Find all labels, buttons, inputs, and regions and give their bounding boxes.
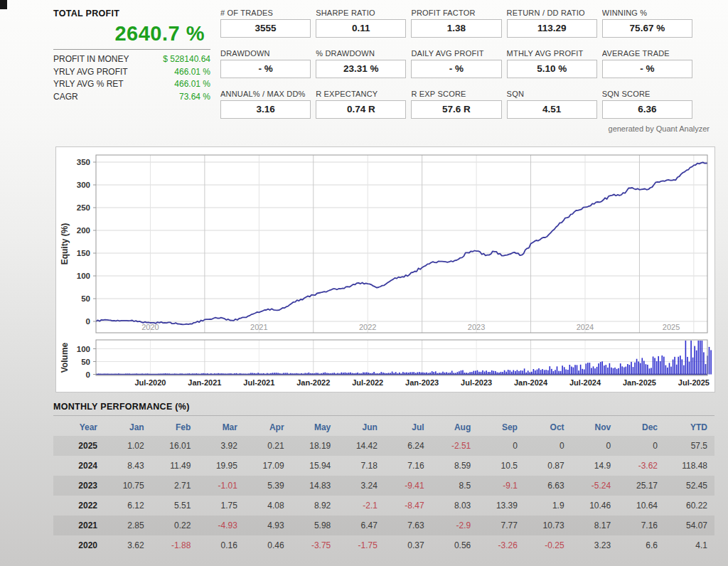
value-cell: 7.16: [618, 516, 665, 535]
column-header-mar: Mar: [198, 417, 245, 436]
value-cell: 15.94: [291, 456, 338, 476]
column-header-year: Year: [53, 417, 105, 436]
value-cell: -2.1: [338, 496, 385, 516]
equity-year-label: 2022: [359, 323, 376, 331]
value-cell: 10.73: [525, 516, 572, 535]
value-cell: 0.56: [432, 535, 478, 555]
value-cell: 0.87: [525, 456, 572, 476]
value-cell: 118.48: [665, 456, 714, 476]
value-cell: 0: [525, 436, 572, 456]
value-cell: 8.59: [432, 456, 478, 476]
year-cell: 2024: [53, 456, 105, 476]
volume-ytick-label: 50: [81, 358, 90, 366]
value-cell: 0.16: [198, 535, 245, 555]
stat-value-box: - %: [411, 60, 501, 78]
summary-row-value: 466.01 %: [174, 78, 210, 91]
value-cell: 13.39: [478, 496, 525, 516]
column-header-feb: Feb: [151, 417, 198, 436]
value-cell: 57.5: [665, 436, 714, 456]
value-cell: 0: [572, 436, 619, 456]
table-row-2023: 202310.752.71-1.015.3914.833.24-9.418.5-…: [53, 476, 714, 496]
value-cell: 4.93: [245, 516, 291, 535]
equity-year-label: 2020: [141, 323, 159, 331]
stat-value-box: - %: [220, 60, 311, 78]
volume-xtick-label: Jan-2023: [405, 378, 439, 387]
column-header-nov: Nov: [572, 417, 619, 436]
value-cell: 11.49: [151, 456, 198, 476]
monthly-performance-section: MONTHLY PERFORMANCE (%) YearJanFebMarApr…: [53, 402, 714, 555]
value-cell: -3.26: [478, 535, 525, 555]
table-row-2022: 20226.125.511.754.088.92-2.1-8.478.0313.…: [53, 496, 714, 516]
value-cell: 7.18: [338, 456, 385, 476]
value-cell: 0.37: [385, 535, 432, 555]
value-cell: 54.07: [665, 516, 714, 535]
value-cell: 10.64: [618, 496, 665, 516]
year-cell: 2020: [53, 535, 105, 555]
value-cell: 3.24: [338, 476, 385, 496]
equity-ytick-label: 150: [77, 249, 90, 257]
stat-cell: # OF TRADES3555: [220, 9, 311, 38]
stat-label: WINNING %: [602, 9, 692, 17]
stat-value-box: 75.67 %: [602, 19, 692, 38]
value-cell: 14.9: [572, 456, 619, 476]
table-row-2024: 20248.4311.4919.9517.0915.947.187.168.59…: [53, 456, 714, 476]
value-cell: 8.17: [572, 516, 619, 535]
value-cell: 4.08: [245, 496, 291, 516]
summary-row-value: $ 528140.64: [163, 53, 210, 66]
stat-label: DAILY AVG PROFIT: [411, 49, 501, 58]
equity-year-label: 2021: [250, 323, 267, 331]
summary-row-value: 73.64 %: [179, 91, 210, 104]
column-header-jun: Jun: [338, 417, 385, 436]
stat-value-box: - %: [602, 60, 692, 78]
value-cell: 8.92: [291, 496, 338, 516]
value-cell: 10.75: [105, 476, 151, 496]
stat-value-box: 23.31 %: [316, 60, 406, 78]
column-header-may: May: [291, 417, 338, 436]
equity-year-label: 2024: [577, 323, 594, 331]
year-cell: 2022: [53, 496, 105, 516]
stat-label: R EXP SCORE: [411, 90, 501, 98]
value-cell: -1.01: [198, 476, 245, 496]
value-cell: 1.02: [105, 436, 151, 456]
value-cell: 0: [618, 436, 665, 456]
volume-xtick-label: Jan-2025: [623, 378, 656, 387]
value-cell: 6.6: [618, 535, 665, 555]
stat-value-box: 3.16: [220, 100, 311, 119]
value-cell: 5.98: [291, 516, 338, 535]
total-profit-summary: TOTAL PROFIT 2640.7 % PROFIT IN MONEY$ 5…: [53, 9, 210, 103]
stat-cell: AVERAGE TRADE- %: [602, 49, 692, 78]
value-cell: 10.5: [478, 456, 525, 476]
equity-ytick-label: 200: [77, 226, 90, 235]
stat-label: SQN: [507, 90, 597, 98]
stat-label: ANNUAL% / MAX DD%: [220, 90, 311, 98]
summary-row-label: CAGR: [53, 91, 78, 104]
stat-cell: SQN4.51: [507, 90, 597, 119]
volume-xtick-label: Jan-2022: [296, 378, 330, 387]
value-cell: 8.03: [432, 496, 478, 516]
value-cell: 18.19: [291, 436, 338, 456]
value-cell: 0: [478, 436, 525, 456]
stat-value-box: 1.38: [411, 19, 501, 38]
equity-axis-title: Equity (%): [60, 223, 70, 265]
column-header-jan: Jan: [105, 417, 151, 436]
stat-value-box: 0.11: [316, 19, 406, 38]
equity-ytick-label: 250: [77, 203, 90, 212]
stat-value-box: 5.10 %: [507, 60, 597, 78]
value-cell: 25.17: [618, 476, 665, 496]
value-cell: -9.41: [385, 476, 432, 496]
year-cell: 2021: [53, 516, 105, 535]
value-cell: -3.62: [618, 456, 665, 476]
stat-value-box: 0.74 R: [316, 100, 406, 119]
stat-value-box: 3555: [220, 19, 311, 38]
stat-label: SHARPE RATIO: [316, 9, 406, 17]
stat-cell: SHARPE RATIO0.11: [316, 9, 406, 38]
stat-cell: WINNING %75.67 %: [602, 9, 692, 38]
value-cell: 2.85: [105, 516, 151, 535]
column-header-ytd: YTD: [665, 417, 714, 436]
stat-cell: PROFIT FACTOR1.38: [411, 9, 501, 38]
value-cell: 6.24: [385, 436, 432, 456]
stats-grid: # OF TRADES3555SHARPE RATIO0.11PROFIT FA…: [220, 9, 692, 119]
value-cell: -2.9: [432, 516, 478, 535]
value-cell: 2.71: [151, 476, 198, 496]
value-cell: 3.92: [198, 436, 245, 456]
